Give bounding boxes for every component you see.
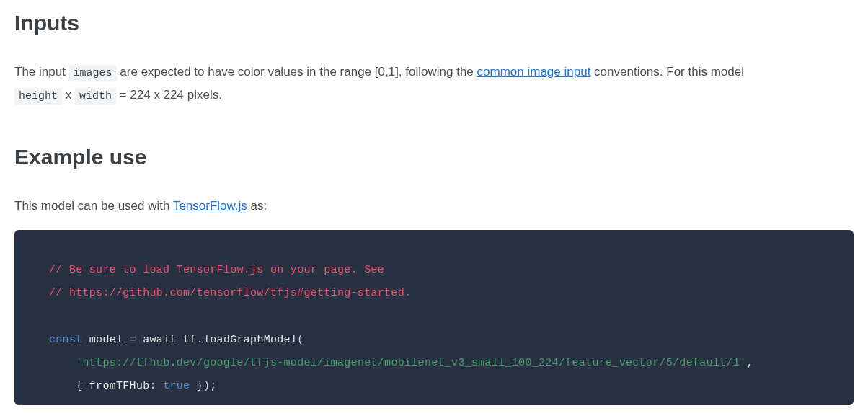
code-string: 'https://tfhub.dev/google/tfjs-model/ima… [76,357,746,369]
code-op: . [197,334,203,346]
text: as: [247,199,267,213]
code-ident: fromTFHub [89,380,150,392]
text: are expected to have color values in the… [117,65,477,79]
code-ident: await tf [136,334,197,346]
code-op: = [130,334,136,346]
text: = 224 x 224 pixels. [116,88,222,102]
code-comment: // Be sure to load TensorFlow.js on your… [49,264,384,276]
inputs-paragraph: The input images are expected to have co… [14,61,854,107]
code-sp [156,380,163,392]
code-op: : [150,380,156,392]
example-use-heading: Example use [14,140,854,174]
text: x [62,88,75,102]
text: This model can be used with [14,199,173,213]
code-ident: loadGraphModel [203,334,297,346]
example-use-paragraph: This model can be used with TensorFlow.j… [14,195,854,217]
code-block: // Be sure to load TensorFlow.js on your… [14,230,854,406]
code-height: height [14,88,62,105]
text: The input [14,65,69,79]
code-width: width [75,88,116,105]
code-op: , [746,357,753,369]
code-images: images [69,65,117,81]
inputs-heading: Inputs [14,6,854,40]
text: conventions. For this model [590,65,744,79]
code-op: }); [190,380,216,392]
code-op: { [49,380,89,392]
code-keyword: const [49,334,83,346]
common-image-input-link[interactable]: common image input [477,65,591,79]
tensorflowjs-link[interactable]: TensorFlow.js [173,199,247,213]
code-ident: model [83,334,130,346]
code-comment: // https://github.com/tensorflow/tfjs#ge… [49,287,411,299]
code-op: ( [297,334,304,346]
code-boolean: true [163,380,190,392]
